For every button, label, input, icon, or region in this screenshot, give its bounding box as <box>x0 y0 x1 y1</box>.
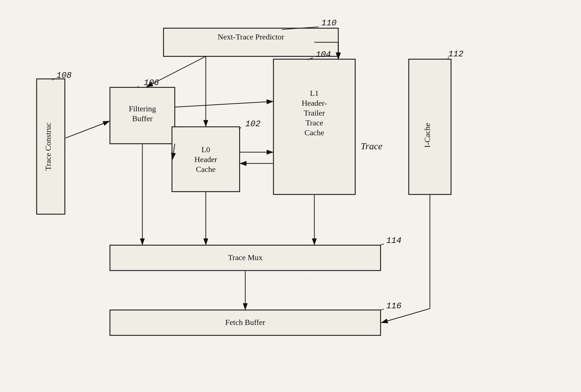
svg-point-21 <box>380 158 381 158</box>
svg-point-30 <box>84 267 85 268</box>
l1htc-label5: Cache <box>304 128 324 137</box>
svg-point-38 <box>211 338 212 339</box>
svg-point-33 <box>310 279 311 280</box>
svg-point-12 <box>253 104 254 105</box>
ref-110: 110 <box>321 18 337 28</box>
svg-point-25 <box>183 225 184 226</box>
ref-114: 114 <box>386 236 401 245</box>
ntp-label: Next-Trace Predictor <box>218 32 284 41</box>
ref-112: 112 <box>448 49 463 59</box>
svg-point-18 <box>141 169 142 170</box>
fb-label1: Filtering <box>129 104 156 113</box>
diagram-container: Next-Trace Predictor 110 Trace Construc … <box>0 0 581 392</box>
svg-point-35 <box>479 282 480 282</box>
svg-point-27 <box>338 222 339 223</box>
svg-point-10 <box>98 98 99 99</box>
svg-point-28 <box>408 214 409 215</box>
svg-point-11 <box>197 112 198 113</box>
svg-point-2 <box>127 56 127 57</box>
svg-point-16 <box>535 112 536 113</box>
svg-point-17 <box>70 155 71 156</box>
svg-point-7 <box>394 36 395 37</box>
trace-label: Trace <box>361 141 382 151</box>
ref-116: 116 <box>386 301 401 311</box>
ref-106: 106 <box>144 78 159 88</box>
svg-point-41 <box>451 327 452 327</box>
svg-point-36 <box>549 273 550 274</box>
svg-point-32 <box>253 273 254 274</box>
svg-point-1 <box>84 42 85 43</box>
l0hc-label1: L0 <box>201 145 210 154</box>
fetch-buffer-label: Fetch Buffer <box>225 318 265 327</box>
l1htc-label2: Header- <box>302 99 327 107</box>
svg-point-42 <box>521 338 522 339</box>
icache-label: I-Cache <box>423 123 432 148</box>
trace-construc-label: Trace Construc <box>44 123 52 171</box>
l1htc-label4: Trace <box>306 118 323 127</box>
trace-mux-label: Trace Mux <box>228 253 263 262</box>
svg-point-15 <box>479 101 480 102</box>
svg-point-31 <box>169 282 170 282</box>
fb-label2: Buffer <box>132 114 153 123</box>
svg-point-34 <box>394 270 395 271</box>
svg-point-22 <box>465 169 466 170</box>
ref-102: 102 <box>245 119 260 129</box>
svg-point-29 <box>493 225 494 226</box>
svg-point-23 <box>549 160 550 161</box>
l1htc-label1: L1 <box>310 89 319 98</box>
l0hc-label3: Cache <box>196 165 216 174</box>
svg-point-26 <box>239 217 240 218</box>
ref-104: 104 <box>316 50 331 59</box>
svg-point-24 <box>112 211 113 212</box>
ref-108: 108 <box>56 71 72 80</box>
svg-point-9 <box>507 42 508 43</box>
l1htc-label3: Trailer <box>304 108 325 117</box>
l0hc-label2: Header <box>195 155 218 164</box>
